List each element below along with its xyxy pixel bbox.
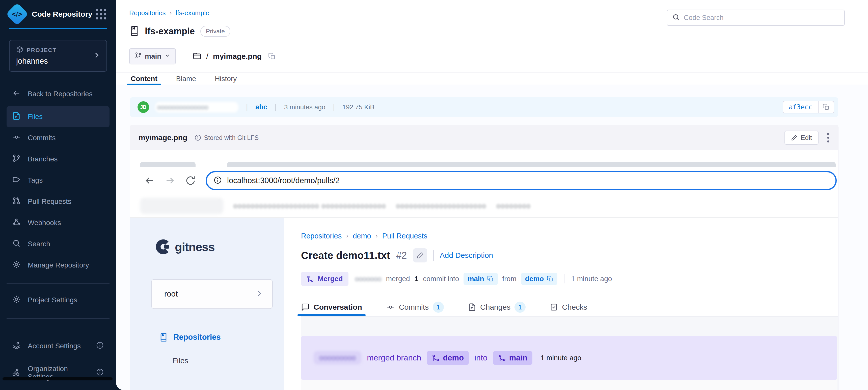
branch-name: main <box>145 52 161 60</box>
commits-count-badge: 1 <box>433 302 444 313</box>
breadcrumb-repositories[interactable]: Repositories <box>129 9 166 17</box>
tab-blame[interactable]: Blame <box>175 73 197 85</box>
pr-author-redacted: ooooooo <box>355 275 381 283</box>
more-options-icon[interactable] <box>825 130 832 145</box>
add-description-link[interactable]: Add Description <box>440 251 493 260</box>
sidebar-item-pull-requests[interactable]: Pull Requests <box>6 191 110 212</box>
gitness-breadcrumb-pull-requests[interactable]: Pull Requests <box>382 232 428 240</box>
activity-author-redacted: ooooooooo <box>314 351 361 364</box>
activity-area-below <box>301 380 837 390</box>
lfs-note: Stored with Git LFS <box>194 134 259 141</box>
copy-path-icon[interactable] <box>268 53 276 60</box>
page-title: lfs-example <box>145 26 195 37</box>
search-icon <box>672 13 680 22</box>
chevron-right-icon <box>93 52 100 60</box>
code-search-input[interactable] <box>684 14 839 22</box>
commit-message-link[interactable]: abc <box>255 103 267 111</box>
branch-selector[interactable]: main <box>129 48 176 64</box>
sidebar-item-label: Tags <box>28 176 43 185</box>
project-cube-icon <box>16 46 23 55</box>
pr-tab-conversation[interactable]: Conversation <box>301 298 362 316</box>
git-merge-icon <box>307 275 314 283</box>
sidebar: </> Code Repository PROJECT johannes <box>0 0 116 390</box>
gitness-pr-page: Repositories › demo › Pull Requests Crea… <box>284 218 838 390</box>
pr-tab-changes[interactable]: Changes 1 <box>468 298 526 316</box>
merged-word: merged <box>386 275 410 283</box>
chevron-right-icon <box>255 289 264 299</box>
app-window: </> Code Repository PROJECT johannes <box>0 0 868 390</box>
repo-book-icon <box>159 333 168 341</box>
sidebar-item-label: Pull Requests <box>28 197 71 205</box>
gitness-nav-repositories[interactable]: Repositories <box>159 333 284 342</box>
target-branch-chip[interactable]: main <box>464 273 498 285</box>
commit-into-text: commit into <box>423 275 459 283</box>
activity-action: merged branch <box>367 353 421 362</box>
visibility-badge: Private <box>200 26 230 37</box>
gitness-breadcrumb-repositories[interactable]: Repositories <box>301 232 342 240</box>
divider: | <box>275 103 277 111</box>
gitness-account-selector[interactable]: root <box>151 279 273 309</box>
activity-target-branch-chip[interactable]: main <box>493 351 532 365</box>
gitness-app: gitness root Repositories File <box>130 218 838 390</box>
org-gear-icon <box>12 368 21 378</box>
gear-icon <box>12 295 21 305</box>
browser-url-bar: localhost:3000/root/demo/pulls/2 <box>206 171 837 190</box>
breadcrumb-current-repo[interactable]: lfs-example <box>176 9 210 17</box>
sidebar-item-manage-repository[interactable]: Manage Repository <box>6 255 110 276</box>
file-tabs: Content Blame History <box>116 73 868 85</box>
tab-history[interactable]: History <box>213 73 238 85</box>
gitness-breadcrumb: Repositories › demo › Pull Requests <box>301 231 838 241</box>
tab-content[interactable]: Content <box>129 73 159 85</box>
breadcrumb-separator: › <box>170 9 172 17</box>
gitness-logo: gitness <box>155 239 284 255</box>
commit-sha[interactable]: af3ecc <box>783 103 818 111</box>
sidebar-item-commits[interactable]: Commits <box>6 127 110 148</box>
sidebar-item-label: Project Settings <box>28 296 77 304</box>
app-switcher-grid-icon[interactable] <box>94 7 107 21</box>
file-icon <box>12 112 21 122</box>
copy-icon <box>487 276 494 282</box>
back-to-repositories[interactable]: Back to Repositories <box>0 86 116 102</box>
gitness-nav-files[interactable]: Files <box>172 356 284 365</box>
project-selector[interactable]: PROJECT johannes <box>9 40 107 72</box>
sidebar-item-search[interactable]: Search <box>6 233 110 255</box>
changes-count-badge: 1 <box>515 302 526 313</box>
sidebar-item-project-settings[interactable]: Project Settings <box>6 289 110 311</box>
sidebar-item-files[interactable]: Files <box>6 106 110 127</box>
gitness-breadcrumb-repo[interactable]: demo <box>353 232 371 240</box>
avatar[interactable]: JB <box>137 101 149 113</box>
commit-count: 1 <box>414 275 418 283</box>
activity-into-text: into <box>474 353 488 362</box>
activity-source-branch-chip[interactable]: demo <box>427 351 469 365</box>
file-icon <box>468 303 476 311</box>
git-merge-icon <box>498 354 506 362</box>
source-branch-chip[interactable]: demo <box>521 273 558 285</box>
browser-tabstrip <box>130 162 838 167</box>
scrollbar-track[interactable] <box>851 0 851 390</box>
pr-tab-commits[interactable]: Commits 1 <box>386 298 444 316</box>
sidebar-item-branches[interactable]: Branches <box>6 148 110 170</box>
back-label: Back to Repositories <box>28 90 93 98</box>
sidebar-item-label: Commits <box>28 134 56 142</box>
sidebar-item-account-settings[interactable]: Account Settings <box>6 335 110 357</box>
pr-title-edit-button[interactable] <box>413 248 427 262</box>
browser-reload-icon <box>185 175 195 186</box>
breadcrumb-separator: › <box>376 232 378 240</box>
pr-tabs: Conversation Commits 1 Changes <box>301 298 838 316</box>
page-info-icon <box>214 176 222 186</box>
main-panel: Repositories › lfs-example lfs-example P… <box>116 0 868 390</box>
arrow-left-icon <box>12 89 21 99</box>
repo-book-icon <box>129 26 139 37</box>
sidebar-divider <box>6 283 110 284</box>
merged-time: 1 minute ago <box>571 275 612 283</box>
code-search-box <box>666 9 845 26</box>
file-path: myimage.png <box>213 52 262 61</box>
browser-forward-icon <box>165 175 175 186</box>
project-label: PROJECT <box>27 47 57 54</box>
sidebar-item-tags[interactable]: Tags <box>6 170 110 191</box>
sidebar-item-webhooks[interactable]: Webhooks <box>6 212 110 233</box>
bookmark-redacted: ooooooooooooooooooooo <box>396 202 486 210</box>
pr-tab-checks[interactable]: Checks <box>550 298 587 316</box>
copy-sha-icon[interactable] <box>818 101 834 113</box>
edit-button[interactable]: Edit <box>784 131 818 145</box>
